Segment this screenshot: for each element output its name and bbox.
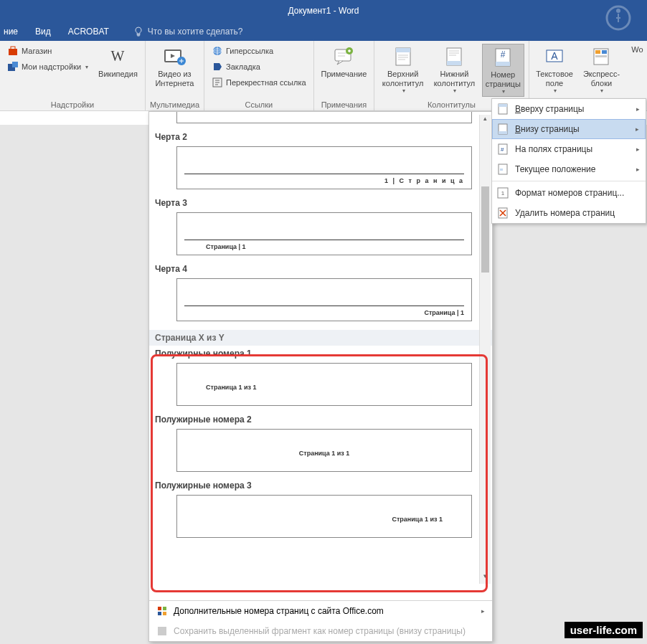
gallery-footer: Дополнительные номера страниц с сайта Of…	[149, 600, 492, 641]
menu-remove-page-numbers[interactable]: Удалить номера страниц	[492, 203, 646, 223]
crossref-icon	[212, 77, 223, 88]
svg-text:1: 1	[501, 190, 505, 196]
gallery-preview[interactable]: 1 | С т р а н и ц а	[176, 146, 472, 189]
gallery-preview[interactable]: Страница 1 из 1	[176, 495, 472, 538]
wordart-button[interactable]: Wo	[627, 44, 647, 56]
svg-rect-40	[158, 607, 161, 610]
hyperlink-icon	[212, 45, 223, 57]
svg-rect-42	[158, 612, 161, 615]
svg-rect-44	[158, 627, 166, 635]
svg-rect-26	[595, 50, 600, 54]
menu-page-margins[interactable]: # На полях страницы ▸	[492, 139, 646, 159]
tab-bar: ние Вид ACROBAT Что вы хотите сделать?	[0, 22, 647, 41]
chevron-down-icon: ▾	[85, 64, 88, 70]
watermark: user-life.com	[565, 622, 643, 638]
help-icon	[604, 4, 633, 32]
footer-icon	[443, 45, 466, 68]
gallery-preview[interactable]: Страница | 1	[176, 212, 472, 255]
office-icon	[156, 605, 168, 617]
title-bar: Документ1 - Word	[0, 0, 647, 22]
svg-rect-32	[499, 131, 507, 134]
header-icon	[392, 45, 415, 68]
bookmark-button[interactable]: Закладка	[209, 60, 309, 74]
tab-item[interactable]: Вид	[35, 27, 51, 37]
gallery-item-title: Полужирные номера 1	[155, 349, 486, 359]
scroll-down-icon[interactable]: ▾	[480, 572, 491, 584]
textbox-icon: A	[543, 45, 566, 68]
ribbon-group-links: Гиперссылка Закладка Перекрестная ссылка…	[204, 41, 314, 110]
menu-current-position[interactable]: Текущее положение ▸	[492, 159, 646, 179]
page-number-menu: Вверху страницы ▸ Внизу страницы ▸ # На …	[491, 98, 646, 224]
gallery-item-title: Полужирные номера 3	[155, 480, 486, 491]
svg-point-1	[616, 9, 620, 13]
svg-rect-43	[163, 612, 166, 615]
textbox-button[interactable]: A Текстовое поле ▾	[534, 44, 576, 95]
chevron-down-icon: ▾	[502, 88, 505, 95]
tell-me-search[interactable]: Что вы хотите сделать?	[133, 27, 243, 37]
remove-icon	[496, 207, 509, 219]
svg-rect-27	[602, 50, 607, 54]
video-icon	[163, 45, 186, 68]
gallery-item-title: Черта 4	[155, 264, 486, 274]
gallery-preview[interactable]: Страница 1 из 1	[176, 429, 472, 472]
chevron-right-icon: ▸	[636, 146, 640, 153]
comment-icon	[332, 45, 355, 68]
tab-item[interactable]: ACROBAT	[68, 27, 109, 37]
gallery-preview[interactable]: Страница | 1	[176, 278, 472, 321]
gallery-scrollbar[interactable]: ▴ ▾	[479, 115, 491, 584]
my-addins-button[interactable]: Мои надстройки ▾	[4, 60, 91, 74]
svg-text:#: #	[501, 49, 506, 60]
header-button[interactable]: Верхний колонтитул ▾	[379, 44, 427, 95]
gallery-item-title: Черта 3	[155, 198, 486, 208]
ribbon-group-comments: Примечание Примечания	[314, 41, 375, 110]
save-selection-button: Сохранить выделенный фрагмент как номер …	[149, 621, 492, 641]
menu-separator	[492, 181, 646, 181]
group-label: Ссылки	[245, 100, 273, 109]
gallery-scroll-area[interactable]: Черта 2 1 | С т р а н и ц а Черта 3 Стра…	[149, 112, 492, 600]
chevron-down-icon: ▾	[453, 87, 456, 94]
tell-me-placeholder: Что вы хотите сделать?	[148, 27, 243, 37]
wikipedia-icon: W	[106, 45, 129, 68]
ribbon-group-addins: Магазин Мои надстройки ▾ W Википедия Над…	[0, 41, 146, 110]
more-from-office-button[interactable]: Дополнительные номера страниц с сайта Of…	[149, 601, 492, 621]
page-margins-icon: #	[496, 143, 509, 156]
current-position-icon	[496, 163, 509, 176]
page-bottom-icon	[496, 123, 509, 136]
save-icon	[156, 625, 168, 637]
ribbon-group-media: Видео из Интернета Мультимедиа	[146, 41, 204, 110]
store-button[interactable]: Магазин	[4, 44, 91, 58]
menu-bottom-of-page[interactable]: Внизу страницы ▸	[492, 119, 646, 139]
group-label: Мультимедиа	[150, 100, 199, 109]
footer-button[interactable]: Нижний колонтитул ▾	[431, 44, 478, 95]
scrollbar-thumb[interactable]	[481, 186, 489, 273]
svg-text:W: W	[111, 48, 125, 64]
chevron-right-icon: ▸	[636, 126, 639, 133]
svg-rect-22	[496, 62, 510, 66]
tab-item[interactable]: ние	[4, 27, 18, 37]
group-label: Надстройки	[51, 100, 94, 109]
window-title: Документ1 - Word	[288, 6, 359, 16]
menu-top-of-page[interactable]: Вверху страницы ▸	[492, 99, 646, 119]
gallery-preview[interactable]	[176, 112, 472, 123]
gallery-section-header: Страница X из Y	[149, 330, 492, 346]
comment-button[interactable]: Примечание	[318, 44, 370, 80]
svg-text:A: A	[551, 50, 558, 62]
bookmark-icon	[212, 61, 223, 72]
store-icon	[7, 45, 19, 57]
chevron-right-icon: ▸	[636, 166, 640, 173]
page-top-icon	[496, 103, 509, 115]
hyperlink-button[interactable]: Гиперссылка	[209, 44, 309, 58]
chevron-right-icon: ▸	[636, 105, 640, 113]
page-number-button[interactable]: # Номер страницы ▾	[482, 44, 524, 97]
quickparts-button[interactable]: Экспресс-блоки ▾	[580, 44, 623, 95]
addins-icon	[7, 61, 19, 72]
lightbulb-icon	[133, 27, 143, 37]
crossref-button[interactable]: Перекрестная ссылка	[209, 75, 309, 90]
online-video-button[interactable]: Видео из Интернета	[150, 44, 199, 89]
gallery-preview[interactable]: Страница 1 из 1	[176, 363, 472, 406]
wikipedia-button[interactable]: W Википедия	[95, 44, 141, 80]
menu-format-page-numbers[interactable]: 1 Формат номеров страниц...	[492, 183, 646, 203]
svg-rect-17	[396, 48, 410, 52]
svg-rect-30	[499, 104, 507, 107]
scroll-up-icon[interactable]: ▴	[480, 115, 491, 126]
